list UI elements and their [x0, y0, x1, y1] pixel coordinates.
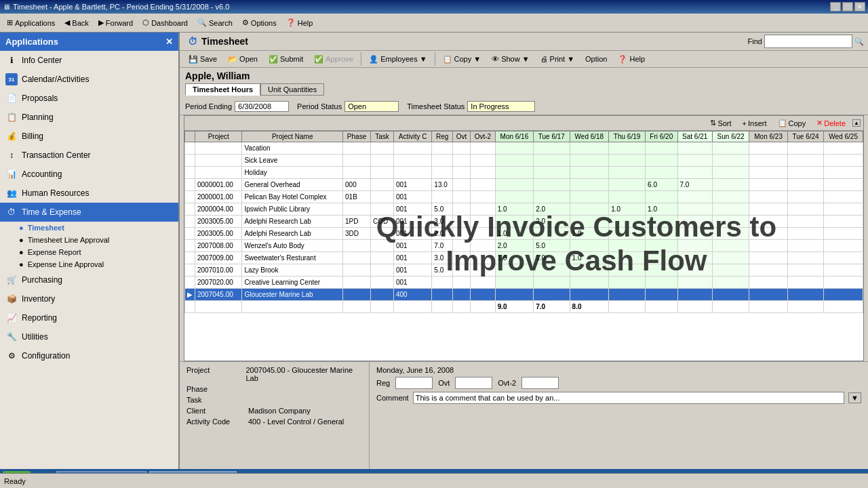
- table-cell[interactable]: [749, 264, 787, 277]
- sidebar-sub-expense-line[interactable]: ● Expense Line Approval: [0, 258, 178, 270]
- table-cell[interactable]: 2003005.00: [195, 228, 242, 240]
- table-cell[interactable]: [371, 142, 394, 155]
- table-cell[interactable]: [787, 264, 823, 277]
- table-cell[interactable]: [609, 179, 646, 191]
- table-cell[interactable]: 2.0: [534, 216, 570, 228]
- table-cell[interactable]: [646, 191, 677, 203]
- table-cell[interactable]: 2003005.00: [195, 216, 242, 228]
- table-cell[interactable]: [570, 264, 609, 277]
- table-cell[interactable]: [343, 277, 371, 289]
- table-cell[interactable]: [749, 191, 787, 203]
- table-cell[interactable]: [787, 142, 823, 155]
- copy-button[interactable]: 📋 Copy ▼: [438, 53, 486, 66]
- table-cell[interactable]: [824, 264, 863, 277]
- table-cell[interactable]: Adelphi Research Lab: [242, 228, 343, 240]
- employees-button[interactable]: 👤 Employees ▼: [364, 53, 431, 66]
- table-cell[interactable]: [677, 216, 712, 228]
- table-cell[interactable]: [534, 155, 570, 167]
- table-cell[interactable]: [453, 277, 471, 289]
- table-cell[interactable]: [609, 277, 646, 289]
- table-cell[interactable]: [534, 179, 570, 191]
- table-cell[interactable]: [371, 167, 394, 179]
- table-cell[interactable]: [534, 289, 570, 301]
- table-cell[interactable]: [677, 240, 712, 252]
- sidebar-item-inventory[interactable]: 📦 Inventory: [0, 289, 178, 308]
- ovt2-input[interactable]: [521, 377, 559, 389]
- table-cell[interactable]: [749, 240, 787, 252]
- table-cell[interactable]: [471, 142, 495, 155]
- table-cell[interactable]: 1.0: [646, 203, 677, 216]
- col-activity[interactable]: Activity C: [393, 131, 431, 142]
- table-cell[interactable]: [453, 142, 471, 155]
- table-cell[interactable]: [432, 142, 453, 155]
- table-cell[interactable]: General Overhead: [242, 179, 343, 191]
- table-cell[interactable]: [824, 289, 863, 301]
- table-cell[interactable]: [495, 264, 533, 277]
- print-button[interactable]: 🖨 Print ▼: [536, 53, 580, 65]
- table-cell[interactable]: [646, 264, 677, 277]
- table-cell[interactable]: [824, 252, 863, 264]
- table-cell[interactable]: [824, 142, 863, 155]
- submit-button[interactable]: ✅ Submit: [264, 53, 308, 66]
- col-mon616[interactable]: Mon 6/16: [495, 131, 533, 142]
- insert-button[interactable]: + Insert: [738, 117, 771, 129]
- table-cell[interactable]: [195, 167, 242, 179]
- table-cell[interactable]: 000: [343, 179, 371, 191]
- table-cell[interactable]: [609, 191, 646, 203]
- table-cell[interactable]: [371, 240, 394, 252]
- table-cell[interactable]: [646, 289, 677, 301]
- table-cell[interactable]: Pelican Bay Hotel Complex: [242, 191, 343, 203]
- sidebar-sub-timesheet[interactable]: ● Timesheet: [0, 222, 178, 234]
- col-thu619[interactable]: Thu 6/19: [609, 131, 646, 142]
- table-cell[interactable]: [787, 252, 823, 264]
- table-cell[interactable]: [609, 228, 646, 240]
- table-cell[interactable]: 2007010.00: [195, 264, 242, 277]
- table-cell[interactable]: [371, 289, 394, 301]
- table-cell[interactable]: [787, 228, 823, 240]
- table-cell[interactable]: [453, 167, 471, 179]
- table-cell[interactable]: [453, 216, 471, 228]
- table-row[interactable]: Holiday: [185, 167, 863, 179]
- table-cell[interactable]: 6.0: [646, 179, 677, 191]
- table-cell[interactable]: [471, 203, 495, 216]
- table-cell[interactable]: [787, 191, 823, 203]
- table-cell[interactable]: [453, 252, 471, 264]
- table-cell[interactable]: [824, 216, 863, 228]
- table-cell[interactable]: [534, 191, 570, 203]
- table-cell[interactable]: [749, 179, 787, 191]
- table-cell[interactable]: [495, 277, 533, 289]
- table-cell[interactable]: [343, 167, 371, 179]
- table-cell[interactable]: [471, 179, 495, 191]
- table-cell[interactable]: [393, 167, 431, 179]
- table-cell[interactable]: [343, 155, 371, 167]
- table-cell[interactable]: [495, 289, 533, 301]
- table-cell[interactable]: Holiday: [242, 167, 343, 179]
- table-cell[interactable]: [787, 216, 823, 228]
- table-row[interactable]: 2000001.00Pelican Bay Hotel Complex01B00…: [185, 191, 863, 203]
- table-cell[interactable]: [712, 142, 749, 155]
- table-cell[interactable]: [343, 142, 371, 155]
- table-cell[interactable]: [495, 179, 533, 191]
- table-cell[interactable]: [749, 277, 787, 289]
- col-ovt2[interactable]: Ovt-2: [471, 131, 495, 142]
- table-cell[interactable]: 0000001.00: [195, 179, 242, 191]
- table-cell[interactable]: 1PD: [343, 216, 371, 228]
- tab-unit-quantities[interactable]: Unit Quantities: [260, 83, 324, 96]
- table-cell[interactable]: 1.0: [570, 252, 609, 264]
- table-cell[interactable]: [343, 264, 371, 277]
- table-cell[interactable]: 3DD: [343, 228, 371, 240]
- table-cell[interactable]: [371, 203, 394, 216]
- table-cell[interactable]: 7.0: [432, 240, 453, 252]
- table-cell[interactable]: [495, 191, 533, 203]
- table-cell[interactable]: [570, 289, 609, 301]
- table-cell[interactable]: Adelphi Research Lab: [242, 216, 343, 228]
- table-cell[interactable]: [824, 240, 863, 252]
- close-button[interactable]: ✕: [854, 2, 865, 12]
- col-fri620[interactable]: Fri 6/20: [646, 131, 677, 142]
- table-cell[interactable]: 2007008.00: [195, 240, 242, 252]
- table-cell[interactable]: [787, 289, 823, 301]
- table-cell[interactable]: [471, 252, 495, 264]
- table-cell[interactable]: [787, 240, 823, 252]
- table-cell[interactable]: [712, 155, 749, 167]
- table-cell[interactable]: 001: [393, 252, 431, 264]
